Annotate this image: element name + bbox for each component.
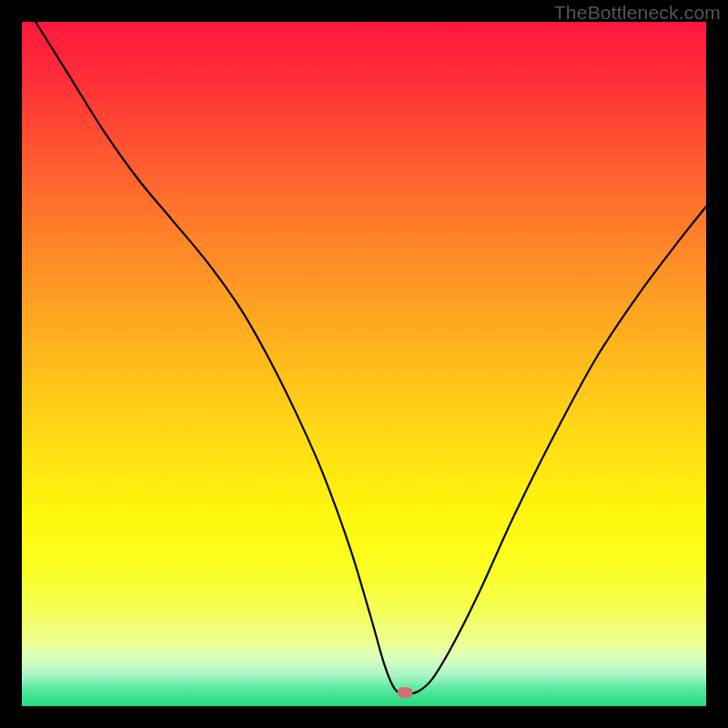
chart-frame: TheBottleneck.com [0,0,728,728]
chart-background [22,22,706,706]
plot-area [22,22,706,706]
watermark-label: TheBottleneck.com [554,2,721,24]
chart-svg [22,22,706,706]
min-marker [398,687,413,698]
